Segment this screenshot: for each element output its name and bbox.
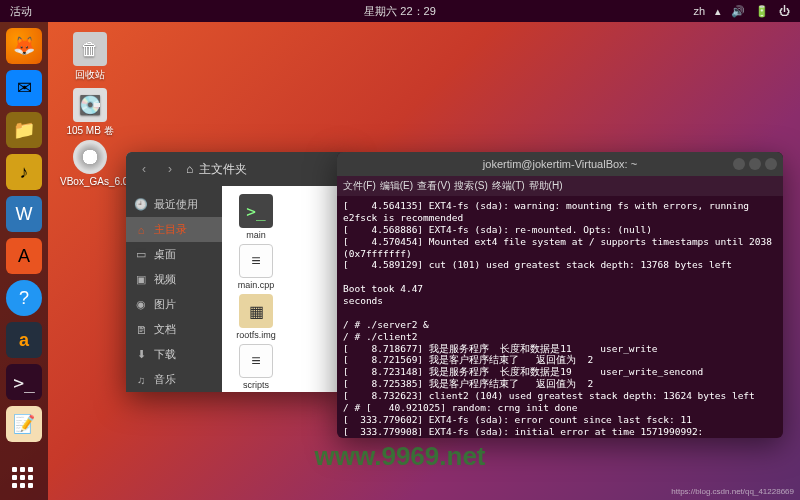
sidebar-icon: ♫ bbox=[134, 374, 148, 386]
file-manager-content: >_main≡main.cpp▦rootfs.img≡scriptsCyongh… bbox=[222, 152, 346, 392]
top-bar: 活动 星期六 22：29 zh ▴ 🔊 🔋 ⏻ bbox=[0, 0, 800, 22]
window-minimize-button[interactable] bbox=[733, 158, 745, 170]
dock-help[interactable]: ? bbox=[6, 280, 42, 316]
terminal-menubar: 文件(F)编辑(E)查看(V)搜索(S)终端(T)帮助(H) bbox=[337, 176, 783, 196]
file-label: main.cpp bbox=[238, 280, 275, 290]
dock: 🦊 ✉ 📁 ♪ W A ? a >_ 📝 bbox=[0, 22, 48, 500]
nav-back-button[interactable]: ‹ bbox=[134, 159, 154, 179]
nav-forward-button[interactable]: › bbox=[160, 159, 180, 179]
sidebar-item-label: 主目录 bbox=[154, 222, 187, 237]
sidebar-item-label: 文档 bbox=[154, 322, 176, 337]
sidebar-icon: ▭ bbox=[134, 248, 148, 261]
power-icon[interactable]: ⏻ bbox=[779, 5, 790, 17]
terminal-titlebar[interactable]: jokertim@jokertim-VirtualBox: ~ bbox=[337, 152, 783, 176]
file-label: main bbox=[246, 230, 266, 240]
clock[interactable]: 星期六 22：29 bbox=[364, 4, 436, 19]
file-icon: ≡ bbox=[239, 344, 273, 378]
sidebar-item-1[interactable]: ⌂主目录 bbox=[126, 217, 222, 242]
window-maximize-button[interactable] bbox=[749, 158, 761, 170]
desktop-disk-label: 105 MB 卷 bbox=[60, 124, 120, 138]
sidebar-icon: 🕘 bbox=[134, 198, 148, 211]
sidebar-item-label: 图片 bbox=[154, 297, 176, 312]
sidebar-item-label: 最近使用 bbox=[154, 197, 198, 212]
dock-amazon[interactable]: a bbox=[6, 322, 42, 358]
input-method-indicator[interactable]: zh bbox=[693, 5, 705, 17]
file-item[interactable]: ≡scripts bbox=[228, 344, 284, 390]
dock-files[interactable]: 📁 bbox=[6, 112, 42, 148]
sidebar-item-3[interactable]: ▣视频 bbox=[126, 267, 222, 292]
sidebar-icon: 🖹 bbox=[134, 324, 148, 336]
dock-rhythmbox[interactable]: ♪ bbox=[6, 154, 42, 190]
sidebar-item-5[interactable]: 🖹文档 bbox=[126, 317, 222, 342]
trash-icon: 🗑 bbox=[73, 32, 107, 66]
terminal-menu-item[interactable]: 帮助(H) bbox=[529, 179, 563, 193]
desktop-cd[interactable]: VBox_GAs_6.0.12 bbox=[60, 140, 120, 187]
footer-url: https://blog.csdn.net/qq_41228669 bbox=[671, 487, 794, 496]
sidebar-item-label: 桌面 bbox=[154, 247, 176, 262]
file-icon: ▦ bbox=[239, 294, 273, 328]
terminal-title-text: jokertim@jokertim-VirtualBox: ~ bbox=[483, 158, 637, 170]
terminal-window: jokertim@jokertim-VirtualBox: ~ 文件(F)编辑(… bbox=[337, 152, 783, 438]
window-close-button[interactable] bbox=[765, 158, 777, 170]
file-item[interactable]: ▦rootfs.img bbox=[228, 294, 284, 340]
dock-libreoffice-writer[interactable]: W bbox=[6, 196, 42, 232]
desktop-trash[interactable]: 🗑 回收站 bbox=[60, 32, 120, 82]
terminal-menu-item[interactable]: 终端(T) bbox=[492, 179, 525, 193]
terminal-menu-item[interactable]: 文件(F) bbox=[343, 179, 376, 193]
dock-thunderbird[interactable]: ✉ bbox=[6, 70, 42, 106]
terminal-output[interactable]: [ 4.564135] EXT4-fs (sda): warning: moun… bbox=[337, 196, 783, 438]
file-item[interactable]: ≡main.cpp bbox=[228, 244, 284, 290]
show-applications-button[interactable] bbox=[12, 467, 33, 488]
sidebar-item-6[interactable]: ⬇下载 bbox=[126, 342, 222, 367]
dock-ubuntu-software[interactable]: A bbox=[6, 238, 42, 274]
battery-icon[interactable]: 🔋 bbox=[755, 5, 769, 18]
file-item[interactable]: >_main bbox=[228, 194, 284, 240]
activities-button[interactable]: 活动 bbox=[10, 4, 32, 19]
sidebar-item-label: 下载 bbox=[154, 347, 176, 362]
sidebar-item-0[interactable]: 🕘最近使用 bbox=[126, 192, 222, 217]
dock-firefox[interactable]: 🦊 bbox=[6, 28, 42, 64]
sidebar-icon: ⌂ bbox=[134, 224, 148, 236]
sidebar-item-2[interactable]: ▭桌面 bbox=[126, 242, 222, 267]
file-manager-sidebar: 🕘最近使用⌂主目录▭桌面▣视频◉图片🖹文档⬇下载♫音乐🗑回收站◉VBox_GA…… bbox=[126, 152, 222, 392]
sidebar-icon: ▣ bbox=[134, 273, 148, 286]
desktop-disk[interactable]: 💽 105 MB 卷 bbox=[60, 88, 120, 138]
file-label: rootfs.img bbox=[236, 330, 276, 340]
file-label: scripts bbox=[243, 380, 269, 390]
home-icon: ⌂ bbox=[186, 162, 193, 176]
sidebar-item-7[interactable]: ♫音乐 bbox=[126, 367, 222, 392]
sidebar-item-4[interactable]: ◉图片 bbox=[126, 292, 222, 317]
file-icon: ≡ bbox=[239, 244, 273, 278]
path-label[interactable]: 主文件夹 bbox=[199, 161, 247, 178]
dock-terminal[interactable]: >_ bbox=[6, 364, 42, 400]
terminal-menu-item[interactable]: 搜索(S) bbox=[454, 179, 487, 193]
sidebar-icon: ◉ bbox=[134, 298, 148, 311]
sidebar-item-label: 视频 bbox=[154, 272, 176, 287]
terminal-menu-item[interactable]: 编辑(E) bbox=[380, 179, 413, 193]
sidebar-item-label: 音乐 bbox=[154, 372, 176, 387]
watermark-text: www.9969.net bbox=[315, 441, 486, 472]
dock-text-editor[interactable]: 📝 bbox=[6, 406, 42, 442]
volume-icon[interactable]: 🔊 bbox=[731, 5, 745, 18]
network-icon[interactable]: ▴ bbox=[715, 5, 721, 18]
desktop-cd-label: VBox_GAs_6.0.12 bbox=[60, 176, 120, 187]
file-icon: >_ bbox=[239, 194, 273, 228]
terminal-menu-item[interactable]: 查看(V) bbox=[417, 179, 450, 193]
file-manager-header: ‹ › ⌂ 主文件夹 bbox=[126, 152, 346, 186]
sidebar-icon: ⬇ bbox=[134, 348, 148, 361]
file-manager-window: ‹ › ⌂ 主文件夹 🕘最近使用⌂主目录▭桌面▣视频◉图片🖹文档⬇下载♫音乐🗑回… bbox=[126, 152, 346, 392]
disk-icon: 💽 bbox=[73, 88, 107, 122]
desktop-trash-label: 回收站 bbox=[60, 68, 120, 82]
cd-icon bbox=[73, 140, 107, 174]
